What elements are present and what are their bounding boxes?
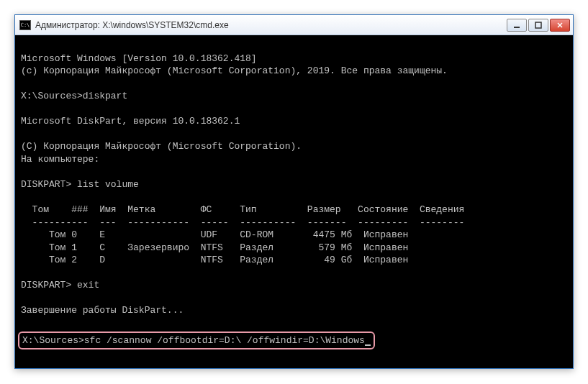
table-row: Том 1 C Зарезервиро NTFS Раздел 579 Мб И… [21,242,408,253]
table-header: Том ### Имя Метка ФС Тип Размер Состояни… [21,204,464,215]
close-button[interactable] [550,19,570,32]
table-row: Том 2 D NTFS Раздел 49 Gб Исправен [21,255,408,265]
prompt-line: X:\Sources>diskpart [21,91,127,101]
cmd-window: C:\ Администратор: X:\windows\SYSTEM32\c… [14,14,574,369]
minimize-icon [513,22,520,29]
output-line: (c) Корпорация Майкрософт (Microsoft Cor… [21,65,448,76]
terminal-area[interactable]: Microsoft Windows [Version 10.0.18362.41… [15,35,573,368]
titlebar[interactable]: C:\ Администратор: X:\windows\SYSTEM32\c… [15,15,573,35]
cursor [365,344,371,346]
cmd-icon: C:\ [19,20,31,30]
table-separator: ---------- --- ----------- ----- -------… [21,217,464,228]
highlighted-command: X:\Sources>sfc /scannow /offbootdir=D:\ … [18,332,375,350]
table-row: Том 0 E UDF CD-ROM 4475 Мб Исправен [21,229,408,240]
output-line: На компьютере: [21,154,99,165]
output-line: Microsoft Windows [Version 10.0.18362.41… [21,53,257,64]
close-icon [556,22,564,29]
window-title: Администратор: X:\windows\SYSTEM32\cmd.e… [35,20,507,30]
svg-rect-0 [514,27,520,28]
svg-rect-1 [535,22,541,28]
window-controls [507,19,570,32]
current-prompt: X:\Sources>sfc /scannow /offbootdir=D:\ … [22,335,365,346]
prompt-line: DISKPART> list volume [21,179,139,190]
output-line: Завершение работы DiskPart... [21,305,184,316]
maximize-icon [535,22,542,29]
minimize-button[interactable] [507,19,527,32]
output-line: Microsoft DiskPart, версия 10.0.18362.1 [21,116,240,127]
maximize-button[interactable] [528,19,548,32]
prompt-line: DISKPART> exit [21,280,99,291]
output-line: (C) Корпорация Майкрософт (Microsoft Cor… [21,141,302,152]
